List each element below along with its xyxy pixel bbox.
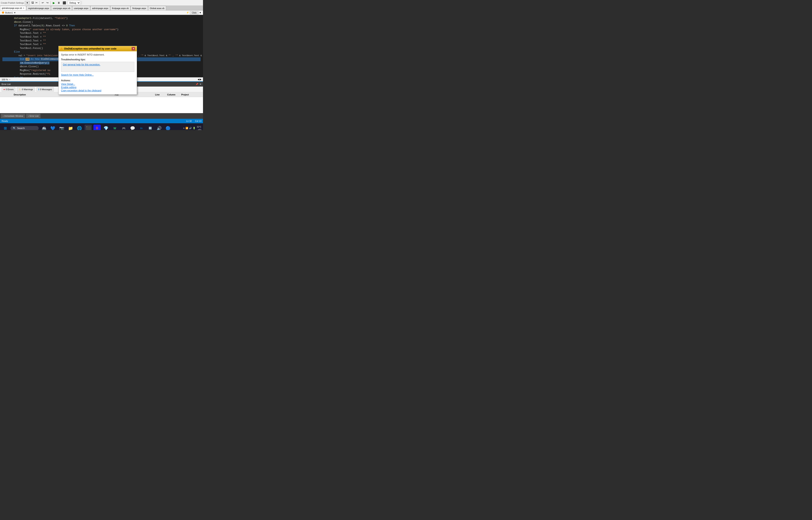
- notify-battery-icon[interactable]: 🔋: [193, 127, 196, 129]
- taskbar-app-ship[interactable]: 🚢: [40, 125, 48, 130]
- dialog-close-button[interactable]: ✕: [131, 47, 135, 51]
- taskbar-app-sound[interactable]: 🔊: [155, 125, 163, 130]
- taskbar-app-folder[interactable]: 📁: [67, 125, 74, 130]
- tab-close-reg-vb[interactable]: ✕: [23, 7, 24, 9]
- status-ready-text: Ready: [2, 120, 8, 122]
- zoom-scroll-arrows[interactable]: ◀ ▶: [198, 78, 201, 81]
- event-click-btn[interactable]: Click: [190, 11, 198, 14]
- copy-exception-link[interactable]: Copy exception detail to the clipboard: [61, 89, 134, 92]
- tab-registrationpage-vb[interactable]: gistrationpage.aspx.vb ✕: [0, 6, 26, 10]
- toolbar-undo[interactable]: ↩: [41, 1, 45, 4]
- toolbar-run[interactable]: ▶: [52, 1, 56, 5]
- tab-adminpage-aspx[interactable]: adminpage.aspx: [90, 6, 110, 10]
- taskbar-app-b[interactable]: B: [94, 125, 101, 130]
- tab-label-user-vb: userpage.aspx.vb: [53, 7, 70, 9]
- dialog-title-content: ⚠ OleDbException was unhandled by user c…: [60, 47, 117, 50]
- code-line-1: dataadapter1.Fill(dataset1, "Table1"): [2, 17, 201, 20]
- error-list-tab[interactable]: ▪ Error List: [26, 114, 41, 118]
- taskbar-app-circle[interactable]: 🔵: [164, 125, 172, 130]
- warnings-filter-btn[interactable]: ⚠ 0 Warnings: [17, 87, 35, 92]
- exception-dialog: ⚠ OleDbException was unhandled by user c…: [58, 46, 137, 95]
- code-line-3: If dataset1.Tables(0).Rows.Count <> 0 Th…: [2, 24, 201, 28]
- status-col: Col 13: [195, 120, 201, 122]
- tab-registrationpage-aspx[interactable]: registrationpage.aspx: [26, 6, 51, 10]
- dropdown-arrow-icon: ▼: [26, 2, 28, 4]
- start-menu-btn[interactable]: ⊞: [2, 125, 9, 130]
- enable-editing-link[interactable]: Enable editing: [61, 86, 134, 89]
- tab-userpage-vb[interactable]: userpage.aspx.vb: [51, 6, 72, 10]
- tab-firstpage-aspx[interactable]: firstpage.aspx: [130, 6, 148, 10]
- temp-value: 32°C: [197, 126, 201, 128]
- errors-count-label: 0 Errors: [6, 88, 14, 90]
- errors-filter-btn[interactable]: ● 0 Errors: [2, 87, 15, 92]
- tab-label-reg-aspx: registrationpage.aspx: [28, 7, 49, 9]
- toolbar-icons-group: 🖫 ✂: [31, 1, 38, 4]
- taskbar-app-w[interactable]: W: [111, 125, 119, 130]
- messages-filter-btn[interactable]: ℹ 0 Messages: [36, 87, 54, 92]
- publish-dropdown-btn[interactable]: ▼: [25, 1, 30, 5]
- error-list-tab-icon: ▪: [28, 115, 29, 117]
- code-line-2: dbcon.Close(): [2, 20, 201, 24]
- immediate-window-label: Immediate Window: [4, 115, 23, 117]
- error-panel-close-icon[interactable]: ✕: [200, 83, 201, 85]
- toolbar-divider-3: [81, 1, 82, 5]
- dialog-error-message: Syntax error in INSERT INTO statement.: [61, 53, 134, 56]
- main-toolbar: Create Publish Settings ▼ 🖫 ✂ ↩ ↪ ▶ ⏸ ⬛ …: [0, 0, 203, 6]
- taskbar-app-twitch[interactable]: 🎮: [120, 125, 127, 130]
- tab-label-global: Global.asax.vb: [150, 7, 164, 9]
- search-more-help-link[interactable]: Search for more Help Online...: [61, 74, 94, 76]
- notification-icons-group: ∧ 📶 🔊 🔋: [183, 127, 196, 129]
- weather-display: 32°C غاقف: [197, 126, 201, 130]
- taskbar-app-camera[interactable]: 📷: [58, 125, 65, 130]
- ide-status-bar: Ready Ln 32 Col 13: [0, 119, 203, 123]
- notify-network-icon[interactable]: 📶: [185, 127, 188, 129]
- taskbar-search-box[interactable]: 🔍 Search: [10, 126, 39, 130]
- toolbar-publish-label: Create Publish Settings: [1, 2, 24, 4]
- messages-count-label: 0 Messages: [40, 88, 52, 90]
- error-panel-pin-icon[interactable]: 📌: [196, 83, 198, 85]
- general-help-link[interactable]: Get general help for this exception.: [63, 63, 100, 66]
- taskbar-app-chat[interactable]: 💬: [129, 125, 136, 130]
- tab-firstpage-vb[interactable]: firstpage.aspx.vb: [110, 6, 130, 10]
- error-list-tab-label: Error List: [30, 115, 39, 117]
- troubleshooting-tip-box: Get general help for this exception.: [61, 62, 134, 72]
- code-class-selector: 🔶 Button1 ▼: [2, 11, 16, 14]
- taskbar-app-dropbox[interactable]: 💎: [102, 125, 109, 130]
- taskbar-app-browser[interactable]: 🌐: [76, 125, 83, 130]
- taskbar-app-diamond[interactable]: 💙: [49, 125, 56, 130]
- col-header-project: Project: [181, 94, 201, 96]
- tab-label-first-vb: firstpage.aspx.vb: [112, 7, 129, 9]
- error-panel-controls: 📌 ✕: [196, 83, 201, 85]
- zoom-value: 100 %: [2, 78, 8, 81]
- debug-mode-select[interactable]: Debug: [68, 1, 80, 5]
- toolbar-icon-1[interactable]: 🖫: [31, 1, 34, 4]
- code-member-bar: 🔶 Button1 ▼ ⚡ Click ▼: [0, 10, 203, 15]
- zoom-minus-btn[interactable]: −: [9, 78, 10, 81]
- tab-global-asax[interactable]: Global.asax.vb: [148, 6, 166, 10]
- taskbar-search-label: Search: [17, 127, 25, 130]
- taskbar-app-text[interactable]: 🔤: [147, 125, 154, 130]
- taskbar-app-square[interactable]: ⬛: [84, 125, 92, 130]
- bottom-panel-tabs: ▪ Immediate Window ▪ Error List: [0, 113, 203, 119]
- taskbar-app-linkedin[interactable]: in: [138, 125, 145, 130]
- toolbar-redo[interactable]: ↪: [46, 1, 49, 4]
- event-dropdown-arrow: ▼: [199, 11, 201, 14]
- immediate-window-tab[interactable]: ▪ Immediate Window: [1, 114, 25, 118]
- notify-chevron-icon[interactable]: ∧: [183, 127, 185, 129]
- immediate-window-icon: ▪: [3, 115, 4, 117]
- view-detail-link[interactable]: View Detail...: [61, 83, 134, 85]
- warning-triangle-icon: ⚠: [60, 47, 63, 50]
- error-panel-title: Error List: [2, 83, 11, 85]
- tab-userpage-aspx[interactable]: userpage.aspx: [72, 6, 90, 10]
- start-icon: ⊞: [4, 126, 7, 130]
- toolbar-stop[interactable]: ⬛: [62, 1, 67, 5]
- col-header-line: Line: [155, 94, 167, 96]
- tab-label-reg-vb: gistrationpage.aspx.vb: [2, 7, 22, 9]
- dialog-body: Syntax error in INSERT INTO statement. T…: [59, 51, 137, 95]
- notify-sound-icon[interactable]: 🔊: [189, 127, 192, 129]
- toolbar-pause[interactable]: ⏸: [57, 1, 61, 5]
- tab-label-user-aspx: userpage.aspx: [74, 7, 88, 9]
- toolbar-icon-2[interactable]: ✂: [35, 1, 38, 4]
- code-line-4: MsgBox(" username is already taken, plea…: [2, 28, 201, 32]
- yellow-arrow-icon: 🔶: [2, 11, 4, 14]
